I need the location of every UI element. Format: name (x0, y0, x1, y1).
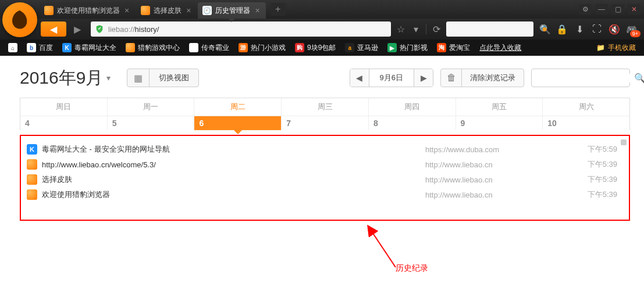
bookmark-minigames[interactable]: 游热门小游戏 (235, 41, 289, 54)
history-search-input[interactable] (536, 74, 634, 83)
tab-welcome[interactable]: 欢迎使用猎豹浏览器 × (40, 2, 135, 19)
separator (426, 24, 426, 34)
cheetah-icon (27, 159, 37, 170)
tab-close-icon[interactable]: × (186, 6, 191, 15)
clear-history-button[interactable]: 🗑 清除浏览记录 (440, 69, 524, 87)
history-title: http://www.liebao.cn/welcome/5.3/ (42, 160, 156, 169)
bookmark-video[interactable]: ▶热门影视 (384, 41, 431, 54)
date-cell[interactable]: 4 (20, 116, 108, 130)
bookmark-9yuan[interactable]: 购9块9包邮 (291, 41, 339, 54)
folder-icon: 📁 (596, 44, 605, 52)
tab-label: 欢迎使用猎豹浏览器 (57, 6, 120, 16)
settings-icon[interactable]: ⚙ (579, 4, 592, 15)
search-input[interactable] (452, 25, 539, 33)
history-page: 2016年9月 ▾ ▦ 切换视图 ◀ 9月6日 ▶ 🗑 清除浏览记录 🔍 周日周… (0, 56, 644, 221)
new-tab-button[interactable]: + (271, 3, 286, 16)
prev-day-button[interactable]: ◀ (350, 69, 369, 87)
history-row[interactable]: 选择皮肤http://www.liebao.cn下午5:39 (27, 172, 617, 187)
weekday-header: 周日 (20, 98, 108, 116)
address-bar: ◀ ▶ liebao://history/ ☆ ▾ ⟳ 🔍 ● 🔒 ⬇ ⛶ 🔇 … (0, 19, 644, 40)
shield-icon[interactable]: ● (537, 22, 552, 36)
tab-history[interactable]: 🕘 历史管理器 × (198, 2, 265, 19)
history-url: https://www.duba.com (425, 145, 577, 154)
dropdown-icon[interactable]: ▾ (410, 23, 422, 35)
history-url: http://www.liebao.cn (425, 175, 577, 184)
browser-logo (2, 2, 37, 37)
history-list-container: K毒霸网址大全 - 最安全实用的网址导航https://www.duba.com… (20, 135, 630, 221)
cheetah-icon (44, 6, 54, 15)
translate-icon[interactable]: ⛶ (589, 22, 604, 36)
date-cell[interactable]: 7 (282, 116, 369, 130)
history-search[interactable]: 🔍 (531, 69, 630, 87)
duba-icon: K (27, 144, 37, 155)
history-title: 欢迎使用猎豹浏览器 (42, 189, 110, 200)
cheetah-icon (27, 174, 37, 185)
mobile-favorites-folder[interactable]: 📁手机收藏 (593, 41, 639, 54)
bookmark-game-center[interactable]: 猎豹游戏中心 (122, 41, 183, 54)
mute-icon[interactable]: 🔇 (607, 22, 622, 36)
scrollbar[interactable] (621, 138, 627, 217)
search-box[interactable]: 🔍 (446, 21, 533, 37)
reload-icon[interactable]: ⟳ (430, 23, 443, 35)
history-title: 毒霸网址大全 - 最安全实用的网址导航 (42, 144, 170, 155)
date-navigator: ◀ 9月6日 ▶ (350, 69, 433, 87)
bookmark-amazon[interactable]: a亚马逊 (341, 41, 382, 54)
date-cell[interactable]: 6 (194, 116, 282, 130)
history-row[interactable]: K毒霸网址大全 - 最安全实用的网址导航https://www.duba.com… (27, 142, 617, 157)
bookmark-import[interactable]: 点此导入收藏 (476, 41, 525, 54)
current-date-label: 9月6日 (369, 69, 414, 87)
cheetah-icon (27, 189, 37, 200)
tab-skin[interactable]: 选择皮肤 × (136, 2, 197, 19)
week-calendar: 周日周一周二周三周四周五周六 45678910 (20, 98, 630, 130)
lock-icon[interactable]: 🔒 (554, 22, 570, 36)
home-icon[interactable]: ⌂ (5, 41, 21, 54)
history-time: 下午5:59 (577, 144, 617, 155)
url-path: history/ (135, 25, 159, 34)
close-window-button[interactable]: ✕ (628, 4, 641, 15)
date-cell[interactable]: 8 (369, 116, 456, 130)
svg-line-0 (372, 232, 396, 267)
url-field[interactable]: liebao://history/ (91, 21, 391, 37)
history-url: http://www.liebao.cn (425, 191, 577, 199)
month-heading[interactable]: 2016年9月 ▾ (20, 66, 111, 90)
next-day-button[interactable]: ▶ (414, 69, 433, 87)
tab-close-icon[interactable]: × (124, 6, 129, 15)
history-row[interactable]: 欢迎使用猎豹浏览器http://www.liebao.cn下午5:39 (27, 187, 617, 202)
url-protocol: liebao:// (108, 25, 135, 34)
maximize-button[interactable]: ▢ (611, 4, 624, 15)
forward-button[interactable]: ▶ (67, 21, 87, 37)
annotation-label: 历史纪录 (396, 263, 428, 274)
tab-label: 选择皮肤 (154, 6, 182, 16)
star-icon[interactable]: ☆ (394, 23, 407, 35)
weekday-header: 周五 (456, 98, 543, 116)
search-icon[interactable]: 🔍 (634, 73, 644, 84)
clock-icon: 🕘 (202, 6, 212, 15)
chevron-down-icon: ▾ (106, 73, 111, 83)
minimize-button[interactable]: — (595, 4, 608, 15)
back-button[interactable]: ◀ (41, 21, 66, 37)
history-time: 下午5:39 (577, 189, 617, 200)
switch-view-button[interactable]: ▦ 切换视图 (127, 69, 199, 87)
date-cell[interactable]: 9 (456, 116, 543, 130)
date-cell[interactable]: 10 (543, 116, 629, 130)
history-row[interactable]: http://www.liebao.cn/welcome/5.3/http://… (27, 157, 617, 172)
date-cell[interactable]: 5 (108, 116, 195, 130)
site-security-icon (94, 24, 105, 34)
bookmark-baidu[interactable]: b百度 (23, 41, 56, 54)
history-time: 下午5:39 (577, 159, 617, 170)
weekday-header: 周六 (543, 98, 629, 116)
weekday-header: 周二 (194, 98, 282, 116)
download-icon[interactable]: ⬇ (572, 22, 587, 36)
title-bar: 欢迎使用猎豹浏览器 × 选择皮肤 × 🕘 历史管理器 × + ⚙ — ▢ ✕ (0, 0, 644, 19)
tab-close-icon[interactable]: × (255, 6, 259, 15)
trash-icon: 🗑 (441, 69, 462, 87)
gamepad-icon[interactable]: 🎮9+ (624, 22, 639, 36)
cheetah-icon (141, 6, 150, 15)
bookmark-legend[interactable]: 传奇霸业 (186, 41, 233, 54)
scrollbar-thumb[interactable] (621, 139, 627, 145)
window-controls: ⚙ — ▢ ✕ (579, 0, 644, 19)
bookmark-aitaobao[interactable]: 淘爱淘宝 (433, 41, 474, 54)
weekday-header: 周一 (108, 98, 195, 116)
bookmark-duba[interactable]: K毒霸网址大全 (59, 41, 120, 54)
tab-strip: 欢迎使用猎豹浏览器 × 选择皮肤 × 🕘 历史管理器 × + (40, 0, 286, 19)
